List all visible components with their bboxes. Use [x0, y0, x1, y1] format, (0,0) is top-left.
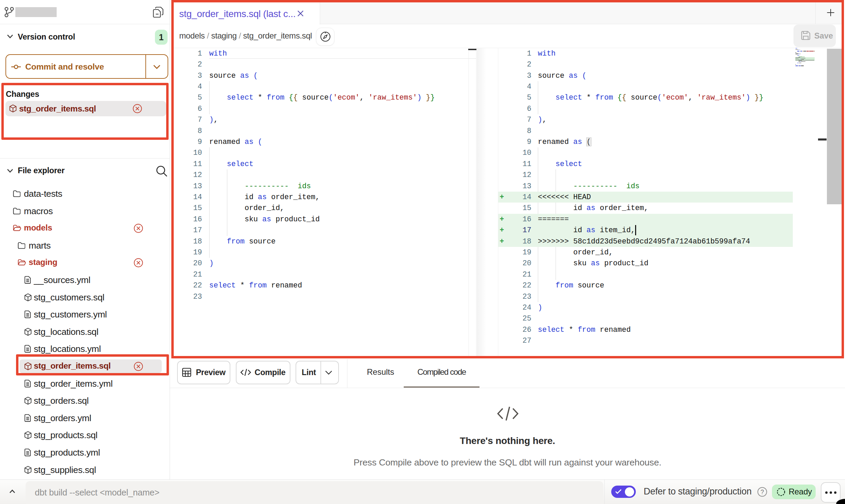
svg-text:?: ? — [760, 489, 764, 495]
